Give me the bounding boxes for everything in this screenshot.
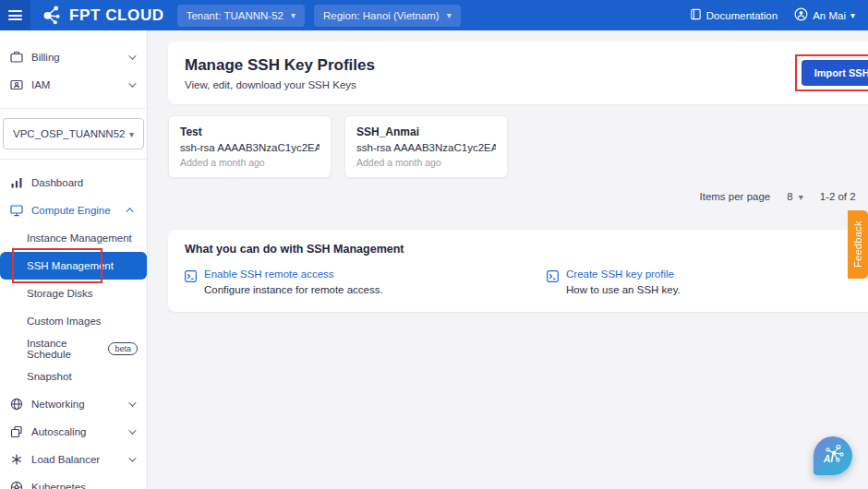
chevron-down-icon [128,399,136,406]
pagination-range: 1-2 of 2 [820,191,856,202]
sidebar-item-load-balancer[interactable]: Load Balancer [0,446,147,473]
region-dropdown[interactable]: Region: Hanoi (Vietnam) ▾ [314,5,461,27]
brand-name: FPT CLOUD [69,6,164,25]
sidebar-item-label: Billing [31,52,128,63]
ssh-key-list: Test ssh-rsa AAAAB3NzaC1yc2EAAAADAQ Adde… [168,115,868,178]
fpt-cloud-logo-icon [42,3,64,29]
chevron-down-icon [128,454,136,461]
create-ssh-key-profile-link[interactable]: Create SSH key profile [566,268,681,280]
autoscaling-icon [9,425,23,439]
ssh-key-name: Test [180,125,319,138]
user-menu[interactable]: An Mai ▾ [794,7,855,23]
user-avatar-icon [794,7,808,23]
sidebar: Billing IAM VPC_OSP_TUANNN52 ▾ Dashboard [0,30,148,489]
sidebar-item-networking[interactable]: Networking [0,390,147,418]
items-per-page-value: 8 [787,191,792,202]
svg-text:AI: AI [823,453,835,464]
help-panel-title: What you can do with SSH Management [185,243,868,256]
divider [0,159,147,160]
tenant-dropdown[interactable]: Tenant: TUANNN-52 ▾ [177,5,305,27]
dashboard-icon [9,176,23,190]
import-ssh-key-button[interactable]: Import SSH key [802,60,868,86]
iam-icon [9,78,23,92]
brand-logo[interactable]: FPT CLOUD [42,3,164,29]
annotation-red-box-import-button: Import SSH key [795,54,868,91]
sidebar-item-label: Compute Engine [31,205,128,216]
chevron-down-icon [128,52,136,59]
ssh-key-added: Added a month ago [356,157,496,168]
billing-icon [9,51,23,65]
page-subtitle: View, edit, download your SSH Keys [185,79,375,90]
items-per-page-select[interactable]: 8 ▾ [787,191,802,202]
top-header: FPT CLOUD Tenant: TUANNN-52 ▾ Region: Ha… [0,0,868,30]
load-balancer-icon [9,453,23,467]
sidebar-item-iam[interactable]: IAM [0,71,147,99]
caret-down-icon: ▾ [447,10,452,20]
documentation-link[interactable]: Documentation [690,8,778,22]
hamburger-menu-button[interactable] [0,0,30,30]
caret-down-icon: ▾ [291,10,295,20]
help-panel: What you can do with SSH Management Enab… [168,230,868,312]
chevron-down-icon [128,426,136,434]
sidebar-item-dashboard[interactable]: Dashboard [0,169,147,197]
sidebar-item-label: SSH Management [27,260,138,271]
sidebar-item-billing[interactable]: Billing [0,43,147,71]
ssh-key-card[interactable]: Test ssh-rsa AAAAB3NzaC1yc2EAAAADAQ Adde… [168,115,332,178]
sidebar-item-label: Load Balancer [31,454,128,465]
vpc-selector-value: VPC_OSP_TUANNN52 [13,128,129,139]
user-name: An Mai [813,10,846,21]
ssh-key-value: ssh-rsa AAAAB3NzaC1yc2EAAAADAQ [356,142,496,153]
sidebar-item-label: Instance Schedule [27,338,102,360]
sidebar-item-snapshot[interactable]: Snapshot [0,363,147,390]
sidebar-item-storage-disks[interactable]: Storage Disks [0,280,147,307]
sidebar-item-instance-management[interactable]: Instance Management [0,224,147,252]
sidebar-item-label: IAM [31,79,128,90]
sidebar-item-ssh-management[interactable]: SSH Management [0,252,147,280]
caret-down-icon: ▾ [129,129,134,139]
ssh-key-added: Added a month ago [180,157,319,168]
sidebar-item-label: Kubernetes [31,482,138,489]
sidebar-item-label: Networking [31,399,128,410]
book-icon [690,8,702,22]
hamburger-icon [8,8,22,23]
terminal-icon [547,269,559,295]
sidebar-item-label: Dashboard [31,177,138,188]
sidebar-item-autoscaling[interactable]: Autoscaling [0,418,147,446]
divider [0,108,147,109]
tenant-label: Tenant: TUANNN-52 [187,10,283,21]
sidebar-item-custom-images[interactable]: Custom Images [0,307,147,335]
chevron-down-icon [128,79,136,87]
sidebar-item-instance-schedule[interactable]: Instance Schedule beta [0,335,147,363]
help-link-item: Enable SSH remote access Configure insta… [185,268,547,295]
documentation-label: Documentation [706,10,778,21]
sidebar-item-label: Storage Disks [27,288,138,299]
sidebar-item-kubernetes[interactable]: Kubernetes [0,473,147,489]
kubernetes-icon [9,481,23,489]
ssh-key-name: SSH_Anmai [356,125,496,138]
enable-ssh-remote-access-link[interactable]: Enable SSH remote access [204,268,383,280]
help-link-description: Configure instance for remote access. [204,284,383,295]
sidebar-item-label: Custom Images [27,316,138,327]
ssh-key-card[interactable]: SSH_Anmai ssh-rsa AAAAB3NzaC1yc2EAAAADAQ… [344,115,508,178]
region-label: Region: Hanoi (Vietnam) [323,10,440,21]
compute-engine-icon [9,204,23,218]
ai-molecule-icon: AI [820,441,846,471]
page-header-card: Manage SSH Key Profiles View, edit, down… [168,42,868,104]
caret-down-icon: ▾ [799,192,803,202]
pagination: Items per page 8 ▾ 1-2 of 2 ‹ › [168,178,868,215]
help-link-item: Create SSH key profile How to use an SSH… [547,268,868,295]
sidebar-item-label: Snapshot [27,371,138,382]
page-title: Manage SSH Key Profiles [185,56,375,75]
sidebar-item-label: Autoscaling [31,426,128,437]
networking-icon [9,398,23,411]
sidebar-item-label: Instance Management [27,233,138,244]
feedback-tab[interactable]: Feedback [848,210,868,279]
main-content: Manage SSH Key Profiles View, edit, down… [148,30,868,489]
ssh-key-value: ssh-rsa AAAAB3NzaC1yc2EAAAADAQ [180,142,319,153]
sidebar-item-compute-engine[interactable]: Compute Engine [0,197,147,224]
help-link-description: How to use an SSH key. [566,284,681,295]
terminal-icon [185,269,197,295]
vpc-selector[interactable]: VPC_OSP_TUANNN52 ▾ [3,118,144,149]
ai-assistant-button[interactable]: AI [814,436,852,475]
caret-down-icon: ▾ [850,10,855,20]
